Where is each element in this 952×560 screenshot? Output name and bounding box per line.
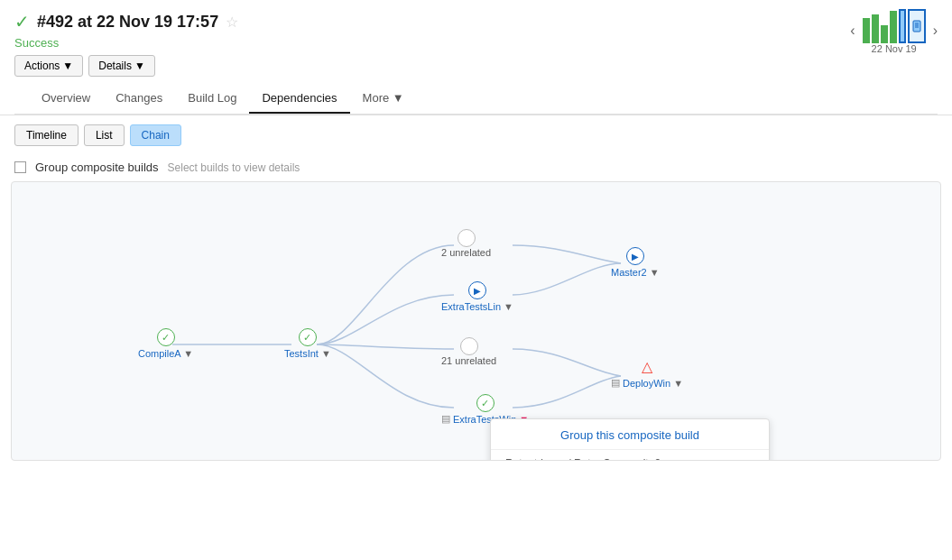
status-check-icon: ✓ [14,11,30,32]
prev-arrow[interactable]: ‹ [846,21,858,41]
extraTestsWin-icon: ✓ [476,394,494,412]
details-button[interactable]: Details ▼ [88,55,155,77]
select-builds-hint: Select builds to view details [168,161,300,174]
actions-chevron-icon: ▼ [62,60,73,72]
master2-icon: ▶ [626,247,644,265]
extraTestsLin-label[interactable]: ExtraTestsLin ▼ [441,301,513,312]
action-buttons: Actions ▼ Details ▼ [14,55,938,77]
tab-changes[interactable]: Changes [103,84,175,114]
node-extraTestsLin[interactable]: ▶ ExtraTestsLin ▼ [441,281,513,312]
testsInt-icon: ✓ [299,328,317,346]
subtab-timeline[interactable]: Timeline [14,124,79,146]
options-row: Group composite builds Select builds to … [0,155,952,181]
page-header: ✓ #492 at 22 Nov 19 17:57 ☆ Success Acti… [0,0,952,115]
compileA-icon: ✓ [157,328,175,346]
group-composite-link[interactable]: Group this composite build [491,419,769,450]
extraTestsWin-db-icon: ▤ [441,413,450,425]
page-title: #492 at 22 Nov 19 17:57 [37,13,218,32]
bar-1 [863,18,870,43]
bar-2 [872,14,879,43]
unrelated21-label: 21 unrelated [441,355,496,366]
actions-button[interactable]: Actions ▼ [14,55,83,77]
subtab-bar: Timeline List Chain [0,115,952,155]
next-arrow[interactable]: › [929,21,941,41]
unrelated21-icon [460,337,478,355]
group-composite-checkbox[interactable] [14,161,26,173]
bar-current [908,9,926,43]
node-unrelated2: 2 unrelated [441,229,491,258]
tab-dependencies[interactable]: Dependencies [249,84,349,114]
node-deployWin[interactable]: △ ▤ DeployWin ▼ [611,358,683,389]
deployWin-db-icon: ▤ [611,377,620,389]
bar-4 [890,11,897,43]
bar-active [899,9,906,43]
chart-date-label: 22 Nov 19 [863,43,926,54]
node-unrelated21: 21 unrelated [441,337,496,366]
build-chart: 22 Nov 19 [863,7,926,54]
details-chevron-icon: ▼ [134,60,145,72]
deployWin-label[interactable]: DeployWin ▼ [623,378,683,389]
subtab-list[interactable]: List [84,124,125,146]
master2-label[interactable]: Master2 ▼ [611,267,660,278]
extraTestsLin-icon: ▶ [468,281,486,299]
main-tabs: Overview Changes Build Log Dependencies … [14,84,938,115]
deployWin-warning-icon: △ [642,358,652,375]
svg-rect-0 [913,21,920,32]
bar-3 [881,25,888,43]
testsInt-label[interactable]: TestsInt ▼ [284,348,331,359]
top-right-area: ‹ 22 Nov 19 › [846,7,941,54]
unrelated2-icon [458,229,476,247]
node-master2[interactable]: ▶ Master2 ▼ [611,247,660,278]
node-compileA[interactable]: ✓ CompileA ▼ [138,328,193,359]
composite-popup: Group this composite build Retry trigger… [490,418,770,461]
retry-trigger-text: Retry trigger / Retry Composite2 [491,450,769,461]
tab-overview[interactable]: Overview [29,84,103,114]
tab-build-log[interactable]: Build Log [175,84,249,114]
group-composite-label: Group composite builds [35,161,159,174]
node-testsInt[interactable]: ✓ TestsInt ▼ [284,328,331,359]
star-icon[interactable]: ☆ [226,14,238,31]
tab-more[interactable]: More ▼ [350,84,417,114]
compileA-label[interactable]: CompileA ▼ [138,348,193,359]
unrelated2-label: 2 unrelated [441,247,491,258]
status-text: Success [14,36,938,50]
chain-diagram: ✓ CompileA ▼ ✓ TestsInt ▼ 2 unrelated ▶ … [11,181,941,461]
subtab-chain[interactable]: Chain [130,124,181,146]
